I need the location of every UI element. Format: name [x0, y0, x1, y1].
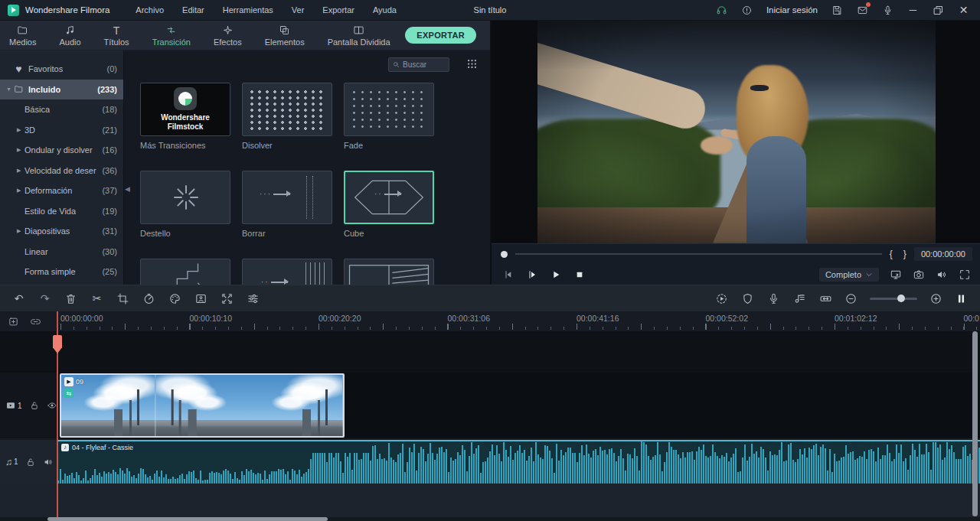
tab-pantalla-dividida[interactable]: Pantalla Dividida	[328, 21, 390, 52]
tracker-icon[interactable]	[194, 292, 207, 305]
palette-icon[interactable]	[168, 292, 181, 305]
save-icon[interactable]	[831, 5, 843, 16]
info-icon[interactable]	[741, 5, 753, 16]
timeline-tools	[0, 311, 57, 331]
speed-icon[interactable]	[142, 292, 155, 305]
tab-elementos[interactable]: Elementos	[265, 21, 305, 52]
quality-dropdown[interactable]: Completo	[819, 268, 879, 282]
addclip-icon[interactable]	[8, 316, 19, 327]
render-icon[interactable]	[715, 292, 728, 305]
redo-icon[interactable]: ↷	[38, 292, 51, 305]
menu-item-ayuda[interactable]: Ayuda	[373, 5, 397, 15]
tab-efectos[interactable]: Efectos	[214, 21, 242, 52]
close-button[interactable]: ✕	[958, 5, 969, 16]
play-button[interactable]	[550, 269, 562, 281]
expander-right-icon[interactable]: ▶	[17, 228, 24, 234]
mic-icon[interactable]	[767, 292, 780, 305]
zoom-out-icon[interactable]	[844, 292, 858, 305]
export-button[interactable]: EXPORTAR	[405, 27, 476, 44]
timeline-zoom-slider[interactable]	[870, 298, 917, 300]
tab-audio[interactable]: Audio	[59, 21, 80, 52]
panzoom-icon[interactable]	[220, 292, 234, 305]
video-clip[interactable]: ▶ 09 ⇆	[60, 373, 345, 438]
expander-right-icon[interactable]: ▶	[17, 187, 24, 194]
previous-frame-button[interactable]	[502, 269, 514, 281]
transition-borrar[interactable]: ···Borrar	[242, 171, 332, 238]
collapse-panel-icon[interactable]: ◀	[125, 185, 130, 193]
sidebar-item-diapositivas[interactable]: ▶Diapositivas(31)	[0, 221, 123, 242]
scrubber-handle[interactable]	[501, 251, 508, 258]
stop-button[interactable]	[573, 269, 586, 281]
undo-icon[interactable]: ↶	[12, 292, 25, 305]
sidebar-item-velocidad-de-deser[interactable]: ▶Velocidad de deser(36)	[0, 161, 123, 181]
restore-button[interactable]	[933, 5, 944, 16]
menu-item-ver[interactable]: Ver	[292, 5, 305, 15]
minimize-button[interactable]	[907, 5, 919, 16]
link-icon[interactable]	[30, 316, 41, 327]
next-frame-button[interactable]	[526, 269, 538, 281]
sidebar-item-incluido[interactable]: ▼Incluido(233)	[0, 80, 123, 100]
marker-icon[interactable]	[819, 292, 832, 305]
sidebar-item-estilo-de-vida[interactable]: Estilo de Vida(19)	[0, 201, 123, 222]
sidebar-item-favoritos[interactable]: ♥Favoritos(0)	[0, 59, 123, 80]
menu-item-editar[interactable]: Editar	[182, 5, 204, 15]
tab-titulos[interactable]: TTítulos	[104, 21, 129, 52]
headset-icon[interactable]	[716, 5, 727, 16]
eye-icon[interactable]	[47, 400, 57, 411]
menu-item-exportar[interactable]: Exportar	[322, 5, 354, 15]
transition-mas-transiciones[interactable]: WondershareFilmstockMás Transiciones	[140, 83, 230, 150]
tab-label: Efectos	[214, 37, 242, 47]
transition-disolver[interactable]: Disolver	[242, 83, 332, 150]
search-box[interactable]	[388, 57, 449, 72]
transition-flip[interactable]	[344, 259, 434, 285]
audio-clip[interactable]: ♪ 04 - Flyleaf - Cassie	[57, 440, 980, 484]
expander-right-icon[interactable]: ▶	[17, 127, 24, 133]
adjust-icon[interactable]	[247, 292, 260, 305]
expander-right-icon[interactable]: ▶	[17, 147, 24, 153]
lock-icon[interactable]	[25, 457, 36, 467]
transition-fade[interactable]: Fade	[344, 83, 434, 150]
menu-item-archivo[interactable]: Archivo	[136, 5, 164, 15]
expander-right-icon[interactable]: ▶	[17, 168, 24, 174]
sidebar-item-ondular-y-disolver[interactable]: ▶Ondular y disolver(16)	[0, 140, 123, 161]
search-input[interactable]	[403, 60, 445, 69]
mark-out-button[interactable]: }	[903, 249, 906, 259]
mail-button[interactable]	[857, 5, 868, 16]
zoom-in-icon[interactable]	[929, 292, 942, 305]
sign-in-link[interactable]: Iniciar sesión	[766, 5, 818, 15]
crop-icon[interactable]	[116, 292, 129, 305]
trash-icon[interactable]	[64, 292, 77, 305]
mute-icon[interactable]	[936, 269, 948, 281]
grid-view-icon[interactable]	[466, 58, 478, 70]
expander-down-icon[interactable]: ▼	[6, 86, 14, 92]
lock-icon[interactable]	[29, 400, 40, 411]
track-speaker-icon[interactable]	[43, 457, 54, 467]
pause-icon[interactable]	[955, 292, 968, 305]
transition-wipe2[interactable]: ··	[242, 259, 332, 285]
mixer-icon[interactable]	[793, 292, 806, 305]
sidebar-item-basica[interactable]: Básica(18)	[0, 99, 123, 120]
fullscreen-icon[interactable]	[959, 269, 971, 281]
tab-transicion[interactable]: Transición	[152, 21, 191, 52]
sidebar-item-3d[interactable]: ▶3D(21)	[0, 120, 123, 141]
scissors-icon[interactable]: ✂	[90, 292, 103, 305]
mark-in-button[interactable]: {	[890, 249, 893, 259]
menu-item-herramientas[interactable]: Herramientas	[223, 5, 273, 15]
timeline-ruler[interactable]: 00:00:00:0000:00:10:1000:00:20:2000:00:3…	[57, 311, 980, 331]
sidebar-item-forma-simple[interactable]: Forma simple(25)	[0, 262, 123, 282]
tab-label: Audio	[59, 37, 80, 47]
transition-destello[interactable]: Destello	[140, 171, 230, 238]
voiceover-icon[interactable]	[882, 5, 893, 16]
horizontal-scrollbar[interactable]	[47, 517, 328, 521]
sidebar-item-linear[interactable]: Linear(30)	[0, 242, 123, 262]
scrubber-track[interactable]	[515, 253, 882, 255]
shield-icon[interactable]	[741, 292, 754, 305]
snapshot-icon[interactable]	[913, 269, 925, 281]
tab-medios[interactable]: Medios	[9, 21, 36, 52]
filmstock-logo-icon	[174, 87, 197, 110]
transition-stairs[interactable]	[140, 259, 230, 285]
sidebar-item-deformacion[interactable]: ▶Deformación(37)	[0, 181, 123, 201]
detach-monitor-icon[interactable]	[890, 269, 902, 281]
transition-cube[interactable]: ··Cube	[344, 171, 434, 238]
vertical-scrollbar[interactable]	[972, 331, 978, 516]
